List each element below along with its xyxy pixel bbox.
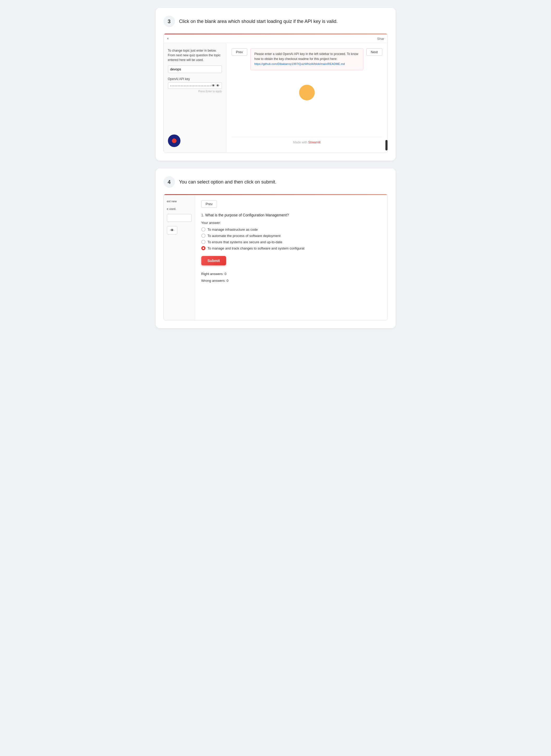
step4-sidebar: ext new e used. 👁: [164, 195, 195, 320]
sidebar2-text1: ext new: [167, 199, 192, 204]
step3-app-layout: To change topic just enter in below. Fro…: [164, 43, 388, 152]
right-answers: Right answers: 0: [201, 270, 381, 277]
quiz-nav: Prev: [201, 200, 381, 208]
step4-app-layout: ext new e used. 👁 Prev 1. What is the pu…: [164, 195, 388, 320]
record-button[interactable]: [168, 134, 180, 147]
step3-title: Click on the blank area which should sta…: [179, 19, 338, 24]
alert-text: Please enter a valid OpenAI API key in t…: [254, 52, 358, 61]
loading-spinner: [299, 85, 315, 100]
option-4-label: To manage and track changes to software …: [207, 246, 305, 250]
step4-main-content: Prev 1. What is the purpose of Configura…: [195, 195, 388, 320]
step3-nav-buttons: Prev Please enter a valid OpenAI API key…: [231, 48, 382, 70]
option-1[interactable]: To manage infrastructure as code: [201, 227, 381, 231]
alert-link[interactable]: https://github.com/Dibakarroy1997/QuizWh…: [254, 62, 345, 65]
step3-sidebar: To change topic just enter in below. Fro…: [164, 43, 226, 152]
footer-text: Made with: [293, 140, 308, 144]
step3-window-header: × Shar: [164, 34, 388, 43]
scrollbar[interactable]: [386, 43, 388, 152]
submit-button[interactable]: Submit: [201, 256, 226, 265]
radio-2[interactable]: [201, 233, 205, 238]
streamlit-footer: Made with Streamlit: [231, 137, 382, 147]
sidebar2-input[interactable]: [167, 214, 192, 222]
step4-number: 4: [163, 176, 175, 188]
close-icon[interactable]: ×: [167, 36, 169, 41]
quiz-question: 1. What is the purpose of Configuration …: [201, 213, 381, 217]
option-3-label: To ensure that systems are secure and up…: [207, 240, 283, 244]
share-button[interactable]: Shar: [377, 37, 384, 41]
next-button[interactable]: Next: [366, 48, 382, 56]
step3-header: 3 Click on the blank area which should s…: [163, 16, 388, 27]
radio-1[interactable]: [201, 227, 205, 231]
alert-box: Please enter a valid OpenAI API key in t…: [250, 48, 363, 70]
step3-card: 3 Click on the blank area which should s…: [156, 8, 396, 161]
sidebar-description: To change topic just enter in below. Fro…: [168, 48, 222, 62]
your-answer-label: Your answer:: [201, 221, 381, 225]
step4-header: 4 You can select option and then click o…: [163, 176, 388, 188]
api-key-wrapper: •••••••••••••••••••••••••••••••••• 👁 👁: [168, 82, 222, 89]
option-2-label: To automate the process of software depl…: [207, 234, 281, 238]
eye-icon-sidebar2[interactable]: 👁: [167, 226, 177, 234]
radio-4-selected[interactable]: [201, 246, 205, 250]
scrollbar-thumb: [386, 140, 388, 150]
question-number: 1.: [201, 213, 204, 217]
prev-button-4[interactable]: Prev: [201, 200, 217, 208]
api-key-dots: ••••••••••••••••••••••••••••••••••: [170, 84, 212, 87]
eye-slash-icon[interactable]: 👁: [212, 84, 215, 88]
option-4[interactable]: To manage and track changes to software …: [201, 246, 381, 250]
option-2[interactable]: To automate the process of software depl…: [201, 233, 381, 238]
step3-number: 3: [163, 16, 175, 27]
step3-app-window: × Shar To change topic just enter in bel…: [163, 33, 388, 153]
radio-3[interactable]: [201, 240, 205, 244]
step4-title: You can select option and then click on …: [179, 179, 277, 185]
sidebar2-text2: e used.: [167, 207, 192, 211]
topic-input[interactable]: [168, 65, 222, 73]
eye-icon[interactable]: 👁: [216, 84, 219, 88]
option-3[interactable]: To ensure that systems are secure and up…: [201, 240, 381, 244]
score-section: Right answers: 0 Wrong answers: 0: [201, 270, 381, 284]
question-text: What is the purpose of Configuration Man…: [205, 213, 289, 217]
step3-main-content: Prev Please enter a valid OpenAI API key…: [226, 43, 388, 152]
api-key-icons: 👁 👁: [212, 84, 219, 88]
wrong-answers: Wrong answers: 0: [201, 277, 381, 284]
prev-button[interactable]: Prev: [231, 48, 247, 56]
api-key-hint: Press Enter to apply: [168, 90, 222, 93]
step4-card: 4 You can select option and then click o…: [156, 168, 396, 328]
option-1-label: To manage infrastructure as code: [207, 227, 258, 231]
record-dot: [172, 138, 176, 143]
streamlit-link[interactable]: Streamlit: [308, 140, 321, 144]
step4-app-window: ext new e used. 👁 Prev 1. What is the pu…: [163, 194, 388, 320]
api-key-label: OpenAI API key: [168, 77, 222, 81]
spinner-area: [231, 74, 382, 111]
